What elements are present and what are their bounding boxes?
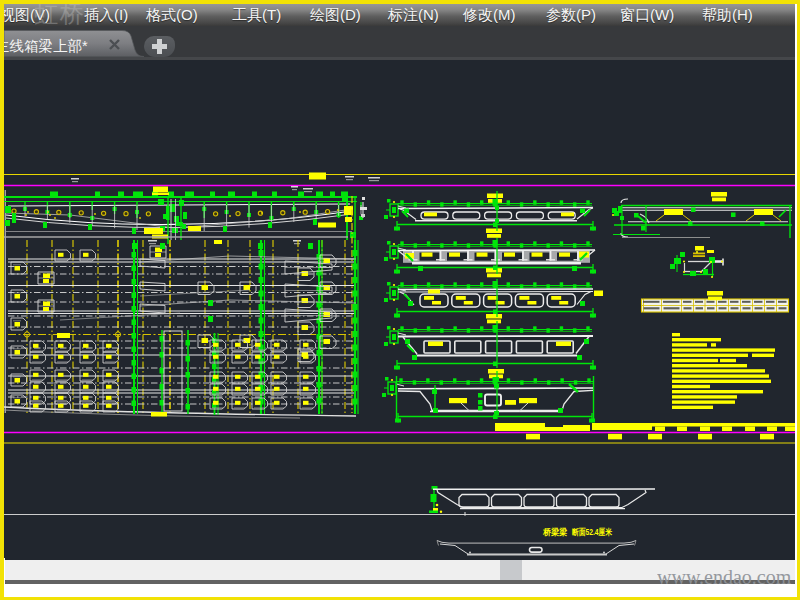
svg-text:断面52.4厘米: 断面52.4厘米 [572, 527, 612, 537]
svg-text:桥梁梁: 桥梁梁 [542, 527, 567, 537]
